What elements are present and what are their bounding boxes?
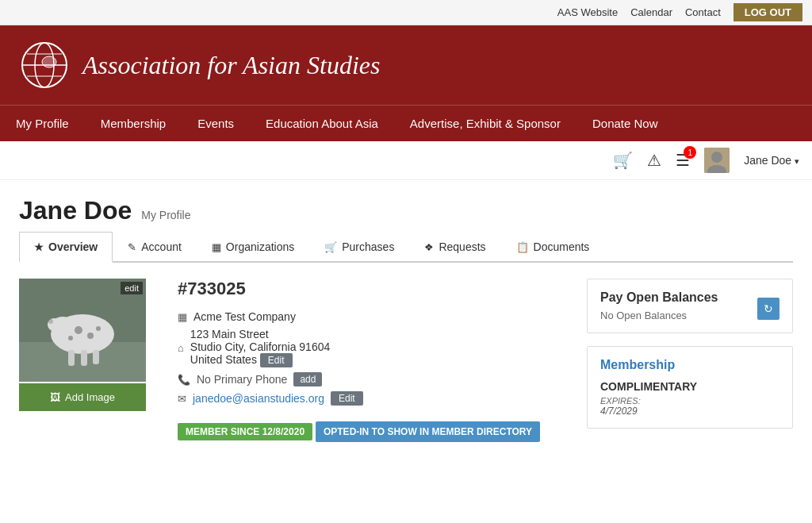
photo-edit-label[interactable]: edit bbox=[121, 282, 143, 294]
member-since-badge: MEMBER SINCE 12/8/2020 bbox=[178, 423, 312, 440]
phone-add-button[interactable]: add bbox=[293, 372, 322, 386]
address-line1: 123 Main Street bbox=[190, 328, 330, 340]
phone-value: No Primary Phone bbox=[197, 373, 287, 386]
requests-icon: ❖ bbox=[424, 241, 434, 253]
svg-point-15 bbox=[68, 336, 73, 340]
nav-education-about-asia[interactable]: Education About Asia bbox=[250, 106, 394, 141]
tab-purchases[interactable]: 🛒 Purchases bbox=[309, 232, 409, 261]
documents-icon: 📋 bbox=[516, 241, 529, 253]
svg-point-16 bbox=[96, 326, 101, 331]
site-logo bbox=[19, 40, 70, 90]
cart-icon[interactable]: 🛒 bbox=[613, 151, 633, 170]
profile-photo: edit bbox=[19, 279, 146, 382]
svg-rect-19 bbox=[93, 350, 99, 364]
profile-photo-section: edit 🖼 Add Image bbox=[19, 279, 146, 442]
company-row: ▦ Acme Test Company bbox=[178, 310, 555, 323]
membership-expires-date: 4/7/2029 bbox=[600, 406, 779, 417]
membership-expires-label: EXPIRES: bbox=[600, 396, 779, 406]
address-edit-button[interactable]: Edit bbox=[260, 353, 293, 367]
tab-documents[interactable]: 📋 Documents bbox=[501, 232, 605, 261]
add-image-button[interactable]: 🖼 Add Image bbox=[19, 383, 146, 411]
avatar bbox=[704, 148, 730, 173]
tab-organizations[interactable]: ▦ Organizations bbox=[197, 232, 309, 261]
address-row: ⌂ 123 Main Street Studio City, Californi… bbox=[178, 328, 555, 367]
image-icon: 🖼 bbox=[50, 391, 60, 403]
nav-advertise[interactable]: Advertise, Exhibit & Sponsor bbox=[394, 106, 576, 141]
nav-membership[interactable]: Membership bbox=[85, 106, 182, 141]
address-block: 123 Main Street Studio City, California … bbox=[190, 328, 330, 367]
phone-row: 📞 No Primary Phone add bbox=[178, 372, 555, 386]
grid-icon: ▦ bbox=[212, 241, 221, 253]
user-name-display[interactable]: Jane Doe ▾ bbox=[744, 154, 799, 167]
phone-icon: 📞 bbox=[178, 374, 190, 386]
email-edit-button[interactable]: Edit bbox=[331, 391, 363, 406]
logout-button[interactable]: LOG OUT bbox=[733, 3, 802, 21]
list-icon[interactable]: ☰ 1 bbox=[676, 151, 690, 170]
top-bar: AAS Website Calendar Contact LOG OUT bbox=[0, 0, 812, 25]
refresh-icon[interactable]: ↻ bbox=[757, 298, 779, 320]
cart-tab-icon: 🛒 bbox=[324, 241, 337, 253]
page-title-area: Jane Doe My Profile bbox=[0, 180, 812, 232]
svg-point-5 bbox=[42, 56, 56, 67]
directory-badge: OPTED-IN TO SHOW IN MEMBER DIRECTORY bbox=[316, 421, 540, 442]
page-subtitle: My Profile bbox=[141, 209, 190, 221]
membership-title[interactable]: Membership bbox=[600, 358, 779, 372]
home-icon: ⌂ bbox=[178, 342, 184, 354]
email-link[interactable]: janedoe@asianstudies.org bbox=[193, 392, 324, 405]
chevron-down-icon: ▾ bbox=[795, 156, 799, 166]
balance-title: Pay Open Balances bbox=[600, 290, 779, 305]
building-icon: ▦ bbox=[178, 311, 187, 323]
nav-my-profile[interactable]: My Profile bbox=[0, 106, 85, 141]
tab-account[interactable]: ✎ Account bbox=[113, 232, 197, 261]
tab-requests[interactable]: ❖ Requests bbox=[409, 232, 500, 261]
balance-section: Pay Open Balances No Open Balances ↻ bbox=[587, 279, 793, 333]
membership-type: COMPLIMENTARY bbox=[600, 380, 779, 393]
contact-link[interactable]: Contact bbox=[685, 6, 721, 18]
balance-status: No Open Balances bbox=[600, 310, 779, 321]
membership-section: Membership COMPLIMENTARY EXPIRES: 4/7/20… bbox=[587, 346, 793, 429]
profile-right-section: Pay Open Balances No Open Balances ↻ Mem… bbox=[587, 279, 793, 442]
user-bar: 🛒 ⚠ ☰ 1 Jane Doe ▾ bbox=[0, 141, 812, 180]
address-line3: United States bbox=[190, 353, 257, 366]
company-name: Acme Test Company bbox=[193, 310, 296, 323]
tab-overview[interactable]: ★ Overview bbox=[19, 232, 113, 263]
edit-icon: ✎ bbox=[128, 241, 136, 253]
email-row: ✉ janedoe@asianstudies.org Edit bbox=[178, 391, 555, 406]
site-header: Association for Asian Studies bbox=[0, 25, 812, 105]
svg-point-21 bbox=[48, 319, 53, 324]
calendar-link[interactable]: Calendar bbox=[630, 6, 672, 18]
svg-rect-18 bbox=[81, 350, 87, 366]
member-id: #733025 bbox=[178, 279, 555, 299]
main-content: edit 🖼 Add Image #733025 ▦ Acme Test Com… bbox=[0, 263, 812, 458]
svg-point-7 bbox=[711, 152, 722, 163]
star-icon: ★ bbox=[34, 241, 44, 253]
nav-donate[interactable]: Donate Now bbox=[576, 106, 674, 141]
svg-rect-17 bbox=[68, 350, 75, 366]
site-title: Association for Asian Studies bbox=[82, 51, 380, 80]
main-nav: My Profile Membership Events Education A… bbox=[0, 105, 812, 141]
page-title: Jane Doe bbox=[19, 196, 132, 225]
svg-point-14 bbox=[87, 333, 94, 339]
email-icon: ✉ bbox=[178, 393, 186, 405]
nav-events[interactable]: Events bbox=[182, 106, 250, 141]
notification-badge: 1 bbox=[684, 146, 696, 159]
aas-website-link[interactable]: AAS Website bbox=[557, 6, 618, 18]
address-line2: Studio City, California 91604 bbox=[190, 340, 330, 353]
profile-info-section: #733025 ▦ Acme Test Company ⌂ 123 Main S… bbox=[162, 279, 571, 442]
alert-icon[interactable]: ⚠ bbox=[647, 151, 661, 170]
svg-point-13 bbox=[75, 326, 82, 334]
profile-tabs: ★ Overview ✎ Account ▦ Organizations 🛒 P… bbox=[19, 232, 793, 263]
